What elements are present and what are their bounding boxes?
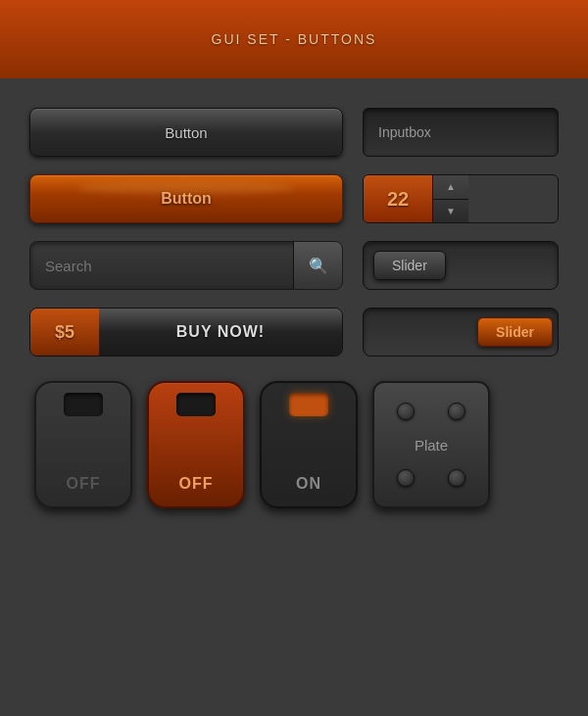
search-icon: 🔍 bbox=[309, 257, 328, 275]
input-box[interactable]: Inputbox bbox=[363, 108, 559, 157]
buy-now-group: $5 BUY NOW! bbox=[29, 308, 343, 357]
buy-now-button[interactable]: BUY NOW! bbox=[99, 309, 342, 356]
spinner-down-button[interactable]: ▼ bbox=[433, 200, 468, 223]
row-4: $5 BUY NOW! Slider bbox=[29, 308, 559, 357]
row-1: Button Inputbox bbox=[29, 108, 559, 157]
screw-top-left bbox=[397, 403, 415, 420]
slider-track-right[interactable]: Slider bbox=[363, 308, 559, 357]
toggle-label-off-dark: OFF bbox=[67, 475, 101, 493]
spinner-value: 22 bbox=[364, 175, 432, 222]
price-badge: $5 bbox=[30, 309, 99, 356]
screw-bottom-left bbox=[397, 469, 415, 487]
slider-thumb: Slider bbox=[373, 251, 446, 280]
toggle-slot-on bbox=[289, 393, 328, 416]
search-button[interactable]: 🔍 bbox=[293, 241, 342, 290]
toggle-off-dark[interactable]: OFF bbox=[34, 381, 132, 508]
orange-button[interactable]: Button bbox=[29, 174, 343, 223]
toggle-label-off-orange: OFF bbox=[179, 475, 214, 493]
plate-label: Plate bbox=[382, 437, 480, 453]
row-2: Button 22 ▲ ▼ bbox=[29, 174, 559, 223]
number-spinner[interactable]: 22 ▲ ▼ bbox=[363, 174, 559, 223]
screw-bottom-right bbox=[448, 469, 466, 487]
toggle-off-orange[interactable]: OFF bbox=[147, 381, 245, 508]
main-content: Button Inputbox Button 22 ▲ ▼ bbox=[0, 78, 588, 528]
spinner-controls: ▲ ▼ bbox=[432, 175, 468, 222]
row-3: 🔍 Slider bbox=[29, 241, 559, 290]
toggles-row: OFF OFF ON Plate bbox=[29, 381, 559, 508]
dark-button[interactable]: Button bbox=[29, 108, 343, 157]
toggle-on[interactable]: ON bbox=[260, 381, 358, 508]
toggle-label-on: ON bbox=[296, 475, 321, 493]
slider-thumb-orange: Slider bbox=[477, 317, 553, 347]
slider-track-left[interactable]: Slider bbox=[363, 241, 559, 290]
search-input[interactable] bbox=[30, 258, 293, 274]
spinner-up-button[interactable]: ▲ bbox=[433, 175, 468, 200]
toggle-slot-orange-off bbox=[176, 393, 216, 416]
plate: Plate bbox=[372, 381, 490, 508]
search-bar: 🔍 bbox=[29, 241, 343, 290]
toggle-slot-dark bbox=[64, 393, 103, 416]
page-title: GUI SET - BUTTONS bbox=[212, 31, 377, 47]
screw-top-right bbox=[448, 403, 466, 420]
header: GUI SET - BUTTONS bbox=[0, 0, 588, 78]
